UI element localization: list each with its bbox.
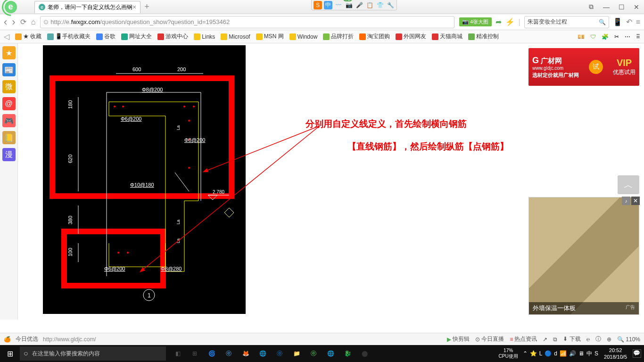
browser-tab[interactable]: e 老师，请问一下自定义线怎么画钢 × — [34, 1, 140, 13]
taskbar-app[interactable]: 📁 — [289, 346, 304, 361]
skin-icon[interactable]: 👕 — [376, 1, 384, 9]
sidebar-shortcut[interactable]: 漫 — [2, 148, 16, 161]
ad-banner-top[interactable]: G 广材网 www.gldjc.com 选材定价就用广材网 试 VIP 优惠试用 — [528, 48, 639, 86]
new-tab-button[interactable]: + — [144, 2, 149, 12]
kuaijianji-button[interactable]: ▶快剪辑 — [447, 335, 470, 343]
bookmark-item[interactable]: Window — [289, 33, 318, 40]
bookmark-item[interactable]: 外国网友 — [396, 33, 426, 41]
tray-icon[interactable]: L — [539, 350, 543, 357]
bookmark-item[interactable]: 淘宝团购 — [359, 33, 390, 41]
tab-close-icon[interactable]: × — [132, 3, 136, 11]
browser-logo[interactable]: e — [0, 0, 21, 14]
ime-chinese-icon[interactable]: 中 — [324, 1, 332, 9]
sidebar-shortcut[interactable]: 微 — [2, 80, 16, 93]
taskbar-app[interactable]: ⬤ — [357, 346, 372, 361]
mic-icon[interactable]: 🎤 — [355, 1, 363, 9]
tray-icon[interactable]: 🔊 — [569, 350, 576, 357]
ext-grid-icon[interactable]: ⠿ — [636, 33, 640, 40]
bookmark-item[interactable]: 精准控制 — [468, 33, 499, 41]
ext-yuan-icon[interactable]: 💴 — [578, 33, 585, 40]
ext-more-icon[interactable]: ⋯ — [625, 33, 630, 40]
sogou-icon[interactable]: S — [314, 1, 322, 9]
taskbar-app[interactable]: ⊞ — [188, 346, 202, 361]
tray-icon[interactable]: S — [594, 350, 598, 357]
start-button[interactable]: ⊞ — [0, 345, 20, 362]
taskbar-app[interactable]: 🌀 — [205, 346, 219, 361]
tray-icon[interactable]: ⭐ — [530, 350, 537, 357]
taskbar-app[interactable]: ⓔ — [306, 346, 321, 361]
maximize-button[interactable]: ☐ — [614, 0, 629, 14]
tray-icon[interactable]: 🖥 — [578, 350, 584, 357]
sidebar-shortcut[interactable]: 📒 — [2, 131, 16, 144]
cortana-search[interactable]: ○ 在这里输入你要搜索的内容 — [20, 346, 166, 361]
zoom-indicator[interactable]: 🔍 110% — [617, 336, 640, 343]
hotnews-button[interactable]: ≡热点资讯 — [510, 335, 537, 343]
search-icon[interactable]: 🔍 — [599, 19, 606, 25]
status-optim[interactable]: 今日优选 — [16, 335, 38, 343]
close-button[interactable]: ✕ — [629, 0, 644, 14]
reload-button[interactable]: ⟳ — [20, 17, 26, 26]
cpu-meter[interactable]: 17%CPU使用 — [497, 348, 520, 359]
bookmark-item[interactable]: 📱手机收藏夹 — [47, 33, 91, 41]
status-info-icon[interactable]: ⓘ — [595, 335, 601, 343]
ad-close-icon[interactable]: ✕ — [631, 197, 640, 205]
taskbar-app[interactable]: ⓔ — [222, 346, 236, 361]
action-center-icon[interactable]: 💬 — [633, 349, 641, 358]
tool-icon[interactable]: 🔧 — [386, 1, 395, 9]
taskbar-app[interactable]: 🐉 — [340, 346, 355, 361]
minimize-button[interactable]: — — [599, 0, 614, 14]
bookmark-item[interactable]: 游戏中心 — [157, 33, 188, 41]
taskbar-app[interactable]: ⓔ — [272, 346, 287, 361]
bookmark-item[interactable]: MSN 网 — [256, 33, 284, 41]
sidebar-shortcut[interactable]: 📰 — [2, 63, 16, 76]
back-button[interactable]: ‹ — [4, 16, 7, 28]
forward-button[interactable]: › — [12, 16, 15, 28]
ime-wave-icon[interactable]: 〰 — [334, 1, 343, 9]
popout-button[interactable]: ⧉ — [584, 0, 599, 14]
status-expand-icon[interactable]: ⧉ — [553, 336, 557, 343]
bookmark-item[interactable]: Microsof — [221, 33, 250, 40]
tray-icon[interactable]: 中 — [586, 350, 592, 358]
ad-image-bottom[interactable]: ♪ ✕ 外墙保温一体板广告 — [528, 197, 639, 315]
bookmark-item[interactable]: 品牌打折 — [323, 33, 354, 41]
ext-puzzle-icon[interactable]: 🧩 — [602, 33, 609, 40]
taskbar-clock[interactable]: 20:522018/10/5 — [601, 347, 630, 361]
download-button[interactable]: ⬇ 下载 — [563, 335, 580, 343]
bookmark-item[interactable]: Links — [194, 33, 215, 40]
tray-icon[interactable]: ⌃ — [523, 350, 528, 357]
taskbar-app[interactable]: 🌐 — [323, 346, 338, 361]
bookmark-item[interactable]: ★ 收藏 — [15, 33, 41, 41]
mobile-icon[interactable]: 📱 — [613, 17, 622, 26]
status-add-icon[interactable]: ⊕ — [607, 336, 611, 343]
share-icon[interactable]: ➦ — [495, 17, 502, 26]
image-count-button[interactable]: 📷 4张大图 — [459, 17, 491, 26]
home-button[interactable]: ⌂ — [31, 18, 36, 26]
tray-icon[interactable]: 📶 — [560, 350, 567, 357]
status-e-icon[interactable]: ℮ — [586, 336, 590, 343]
back-to-top-button[interactable]: ︿ — [618, 175, 639, 194]
status-optim-icon[interactable]: 🍊 — [4, 336, 11, 343]
tray-icon[interactable]: 🔵 — [545, 350, 552, 357]
ext-scissor-icon[interactable]: ✂ — [614, 33, 619, 40]
bolt-icon[interactable]: ⚡ — [505, 17, 515, 26]
camera-icon[interactable]: 📷 — [345, 1, 353, 9]
sidebar-shortcut[interactable]: 🎮 — [2, 114, 16, 127]
search-box[interactable]: 朱茵变妆全过程 🔍 — [524, 16, 609, 28]
address-bar[interactable]: ⊙ http://e.fwxgx.com/question/question_s… — [40, 16, 454, 28]
taskbar-app[interactable]: 🦊 — [239, 346, 253, 361]
taskbar-app[interactable]: 🌐 — [256, 346, 270, 361]
bookmark-item[interactable]: 谷歌 — [96, 33, 116, 41]
bookbar-left-icon[interactable]: ◁ — [4, 32, 9, 41]
bookmark-item[interactable]: 天猫商城 — [432, 33, 462, 41]
undo-icon[interactable]: ↶ — [626, 17, 632, 26]
tray-icon[interactable]: d — [554, 350, 557, 357]
live-button[interactable]: ⊙今日直播 — [475, 335, 504, 343]
sidebar-shortcut[interactable]: @ — [2, 97, 16, 110]
menu-icon[interactable]: ≡ — [636, 18, 640, 26]
status-popout-icon[interactable]: ↗ — [543, 336, 547, 343]
bookmark-item[interactable]: 网址大全 — [121, 33, 152, 41]
sidebar-shortcut[interactable]: ★ — [2, 46, 16, 59]
taskbar-app[interactable]: ◧ — [171, 346, 185, 361]
ad-mute-icon[interactable]: ♪ — [622, 197, 630, 205]
ext-shield-icon[interactable]: 🛡 — [590, 33, 596, 40]
